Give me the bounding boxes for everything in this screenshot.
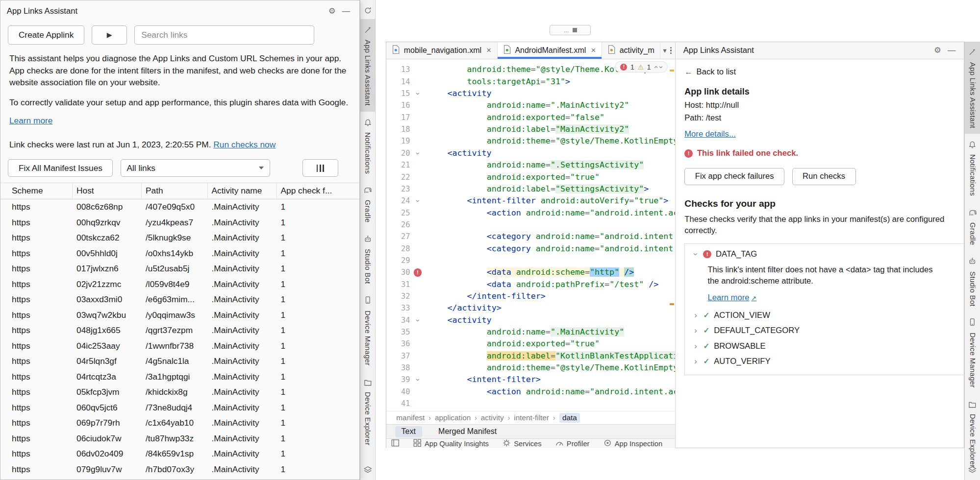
- close-icon[interactable]: ×: [486, 46, 491, 55]
- layers-icon[interactable]: [965, 466, 980, 474]
- column-header[interactable]: Host: [73, 183, 142, 199]
- tool-strip-item-studio-bot[interactable]: Studio Bot: [360, 228, 375, 289]
- table-row[interactable]: https008c6z68np/407e09q5x0.MainActivity1: [0, 199, 359, 215]
- column-header[interactable]: Activity name: [208, 183, 277, 199]
- table-row[interactable]: https04ic253aay/1wwnfbr738.MainActivity1: [0, 338, 359, 354]
- view-tab-merged-manifest[interactable]: Merged Manifest: [432, 426, 503, 437]
- error-stripe-mark[interactable]: [670, 303, 674, 305]
- fold-chevron-icon[interactable]: ›: [413, 147, 423, 159]
- next-issue-icon[interactable]: ›: [656, 66, 665, 68]
- run-checks-button[interactable]: Run checks: [792, 168, 856, 186]
- tool-strip-item-app-links-assistant[interactable]: App Links Assistant: [360, 19, 375, 111]
- line-number: 28: [386, 243, 413, 255]
- fold-chevron-icon[interactable]: ›: [413, 88, 423, 99]
- minimize-icon[interactable]: —: [339, 6, 353, 16]
- tool-strip-item-app-links-assistant[interactable]: App Links Assistant: [965, 42, 980, 134]
- breadcrumb-item[interactable]: manifest: [396, 413, 425, 422]
- links-filter-dropdown[interactable]: All links: [121, 159, 270, 177]
- gear-icon[interactable]: ⚙: [325, 6, 339, 16]
- breadcrumb-item[interactable]: data: [559, 413, 580, 423]
- ellipsis-icon: ...: [564, 26, 569, 34]
- tool-strip-label: Notifications: [364, 132, 372, 174]
- tool-strip-item-notifications[interactable]: Notifications: [965, 134, 980, 202]
- table-row[interactable]: https06ciudok7w/tu87hwp33z.MainActivity1: [0, 431, 359, 446]
- code-text: tools:targetApi="31">: [423, 76, 675, 88]
- tool-strip-item-device-explorer[interactable]: Device Explorer: [360, 371, 375, 451]
- fold-chevron-icon[interactable]: ›: [413, 374, 423, 385]
- hidden-tabs-chevron-icon[interactable]: ▾: [660, 47, 669, 54]
- close-icon[interactable]: ×: [591, 46, 596, 55]
- tool-strip-item-gradle[interactable]: Gradle: [965, 202, 980, 251]
- table-row[interactable]: https04rtcqtz3a/3a1hgptqgi.MainActivity1: [0, 369, 359, 384]
- fold-chevron-icon[interactable]: ›: [413, 314, 423, 326]
- restore-icon[interactable]: [364, 5, 372, 17]
- search-links-input[interactable]: [134, 25, 314, 44]
- bottom-bar-item-app-quality-insights[interactable]: App Quality Insights: [413, 439, 489, 448]
- column-header[interactable]: App check f...: [277, 183, 359, 199]
- run-checks-now-link[interactable]: Run checks now: [213, 140, 276, 149]
- inspections-widget[interactable]: ! 1 ⚠ 1 › ›: [615, 61, 668, 72]
- code-editor[interactable]: 13 android:theme="@style/Theme.KotlinEmp…: [386, 59, 675, 411]
- view-tab-text[interactable]: Text: [395, 426, 422, 437]
- fold-chevron-icon[interactable]: ›: [413, 195, 423, 207]
- breadcrumb-item[interactable]: intent-filter: [514, 413, 549, 422]
- bottom-bar-item-app-inspection[interactable]: App Inspection: [603, 439, 662, 448]
- table-row[interactable]: https079g9luv7w/h7bd07ox3y.MainActivity1: [0, 462, 359, 478]
- table-row[interactable]: https060qv5jct6/73ne8udqj4.MainActivity1: [0, 400, 359, 415]
- table-row[interactable]: https04r5lqn3gf/4g5nalc1la.MainActivity1: [0, 354, 359, 369]
- fix-all-manifest-issues-button[interactable]: Fix All Manifest Issues: [8, 159, 113, 177]
- line-number: 41: [386, 398, 413, 409]
- tool-strip-item-device-manager[interactable]: Device Manager: [965, 312, 980, 393]
- check-browsable[interactable]: ›✓BROWSABLE: [693, 341, 964, 351]
- table-row[interactable]: https069p7r79rh/c1x64yab10.MainActivity1: [0, 415, 359, 431]
- check-learn-more-link[interactable]: Learn more ↗: [707, 293, 756, 303]
- learn-more-link[interactable]: Learn more: [9, 116, 52, 125]
- panel-gear-icon[interactable]: ⚙: [931, 46, 945, 55]
- link-failed-row: ! This link failed one check.: [684, 148, 955, 158]
- back-to-list-link[interactable]: ← Back to list: [684, 67, 955, 77]
- configure-columns-button[interactable]: [302, 159, 338, 177]
- line-number: 37: [386, 350, 413, 362]
- error-gutter-icon[interactable]: !: [413, 268, 423, 277]
- tool-windows-icon[interactable]: [391, 438, 400, 448]
- fix-app-check-failures-button[interactable]: Fix app check failures: [684, 168, 784, 186]
- table-row[interactable]: https017jwlxzn6/u5t2usab5j.MainActivity1: [0, 261, 359, 277]
- tool-strip-item-device-manager[interactable]: Device Manager: [360, 290, 375, 371]
- bottom-bar-item-services[interactable]: Services: [503, 439, 542, 448]
- breadcrumb-item[interactable]: activity: [481, 413, 504, 422]
- create-applink-button[interactable]: Create Applink: [8, 25, 84, 44]
- tool-strip-item-device-explorer[interactable]: Device Explorer: [965, 393, 980, 473]
- column-header[interactable]: Path: [142, 183, 208, 199]
- warning-stripe-mark[interactable]: [670, 70, 674, 72]
- tab-androidmanifest-xml[interactable]: AndroidManifest.xml×: [498, 42, 602, 59]
- check-auto-verify[interactable]: ›✓AUTO_VERIFY: [693, 357, 964, 366]
- layers-icon[interactable]: [360, 466, 375, 474]
- code-text: android:exported="true": [423, 338, 675, 350]
- tool-strip-item-notifications[interactable]: Notifications: [360, 112, 375, 180]
- breadcrumb-item[interactable]: application: [435, 413, 471, 422]
- more-details-link[interactable]: More details...: [684, 129, 736, 139]
- table-row[interactable]: https048jg1x665/qgrt37ezpm.MainActivity1: [0, 323, 359, 338]
- table-row[interactable]: https00hq9zrkqv/yzu4kpeas7.MainActivity1: [0, 215, 359, 230]
- tool-strip-item-gradle[interactable]: Gradle: [360, 179, 375, 228]
- tab-mobile-navigation-xml[interactable]: mobile_navigation.xml×: [386, 42, 498, 59]
- bottom-bar-item-profiler[interactable]: Profiler: [555, 439, 590, 448]
- table-row[interactable]: https00v5hhld0j/o0xhs14ykb.MainActivity1: [0, 245, 359, 261]
- table-row[interactable]: https03axxd3mi0/e6g63mim....MainActivity…: [0, 292, 359, 308]
- table-row[interactable]: https02jv21zzmc/l059v8t4e9.MainActivity1: [0, 276, 359, 292]
- table-row[interactable]: https00tskcza62/5lknugk9se.MainActivity1: [0, 230, 359, 246]
- table-row[interactable]: https06dv02o409/84k659v1sp.MainActivity1: [0, 446, 359, 462]
- table-cell: https: [0, 433, 73, 444]
- tool-strip-item-studio-bot[interactable]: Studio Bot: [965, 251, 980, 312]
- check-action-view[interactable]: ›✓ACTION_VIEW: [693, 311, 964, 320]
- tab-activity-m[interactable]: activity_m: [602, 42, 661, 59]
- run-button[interactable]: ▶: [92, 25, 127, 44]
- table-row[interactable]: https03wq7w2kbu/y0qqimaw3s.MainActivity1: [0, 307, 359, 323]
- check-data-tag[interactable]: › ! DATA_TAG: [693, 249, 964, 259]
- column-header[interactable]: Scheme: [0, 183, 73, 199]
- table-row[interactable]: https05kfcp3jvm/khidckix8g.MainActivity1: [0, 384, 359, 400]
- check-default-category[interactable]: ›✓DEFAULT_CATEGORY: [693, 326, 964, 336]
- panel-minimize-icon[interactable]: —: [944, 46, 958, 55]
- table-cell: .MainActivity: [208, 264, 277, 274]
- line-number: 14: [386, 76, 413, 88]
